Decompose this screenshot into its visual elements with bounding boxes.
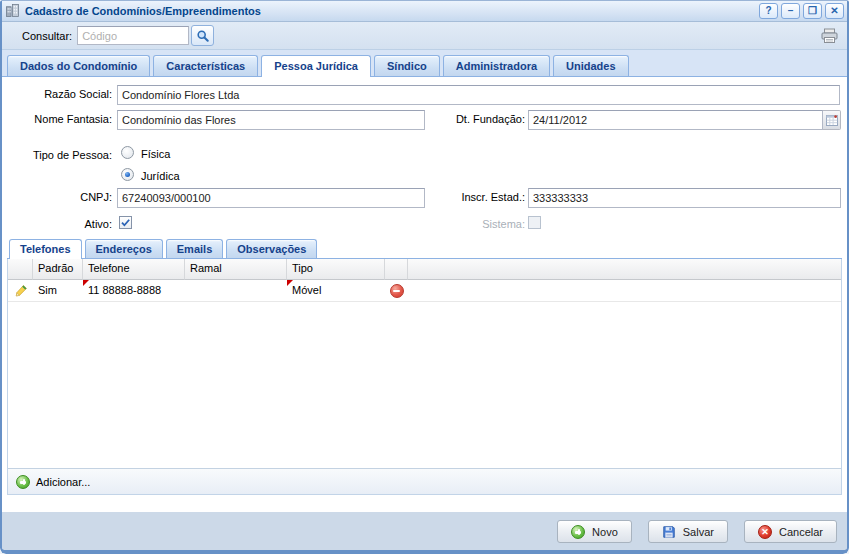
- titlebar: Cadastro de Condomínios/Empreendimentos …: [0, 0, 849, 22]
- remove-row-icon[interactable]: [390, 284, 404, 298]
- row-edit-cell[interactable]: [8, 280, 33, 301]
- tab-caracteristicas[interactable]: Características: [153, 55, 258, 76]
- padrao-cell: Sim: [33, 280, 83, 301]
- calendar-icon: [826, 114, 838, 126]
- close-button[interactable]: ✕: [825, 3, 844, 19]
- radio-juridica[interactable]: [121, 168, 134, 181]
- razao-social-label: Razão Social:: [2, 88, 112, 100]
- dt-fundacao-field[interactable]: [528, 110, 823, 130]
- print-button[interactable]: [820, 28, 839, 44]
- nome-fantasia-label: Nome Fantasia:: [2, 113, 112, 125]
- consultar-label: Consultar:: [22, 30, 72, 42]
- salvar-button-label: Salvar: [683, 526, 714, 538]
- subtab-emails[interactable]: Emails: [166, 239, 223, 258]
- tab-dados-do-condominio[interactable]: Dados do Condomínio: [7, 55, 150, 76]
- add-phone-bar[interactable]: Adicionar...: [8, 468, 841, 494]
- main-tabstrip: Dados do Condomínio Características Pess…: [2, 50, 847, 77]
- search-input[interactable]: [77, 26, 189, 45]
- add-phone-label: Adicionar...: [36, 476, 90, 488]
- contacts-tabstrip: Telefones Endereços Emails Observações: [7, 236, 842, 259]
- row-delete-cell[interactable]: [385, 280, 408, 301]
- tab-administradora[interactable]: Administradora: [443, 55, 550, 76]
- window-title: Cadastro de Condomínios/Empreendimentos: [25, 5, 756, 17]
- buildings-icon: [5, 3, 20, 18]
- main-content: Dados do Condomínio Características Pess…: [2, 50, 847, 512]
- radio-fisica-label: Física: [141, 148, 170, 160]
- phones-grid-header: Padrão Telefone Ramal Tipo: [8, 259, 841, 280]
- column-header-filler: [408, 259, 841, 280]
- modified-flag: [287, 280, 293, 286]
- razao-social-field[interactable]: [117, 85, 840, 105]
- novo-button[interactable]: Novo: [557, 520, 632, 543]
- radio-fisica[interactable]: [121, 146, 134, 159]
- sistema-label: Sistema:: [432, 218, 525, 230]
- radio-juridica-label: Jurídica: [141, 170, 180, 182]
- column-header-tipo[interactable]: Tipo: [287, 259, 385, 280]
- save-disk-icon: [662, 525, 676, 539]
- column-header-ramal[interactable]: Ramal: [185, 259, 287, 280]
- column-header-telefone[interactable]: Telefone: [83, 259, 185, 280]
- column-header-delete[interactable]: [385, 259, 408, 280]
- pencil-icon: [14, 284, 28, 298]
- cancel-circle-icon: ✕: [758, 525, 772, 539]
- dt-fundacao-field-wrap: [528, 110, 841, 130]
- help-button[interactable]: ?: [759, 3, 778, 19]
- phone-row[interactable]: Sim 11 88888-8888 Móvel: [8, 280, 841, 302]
- row-filler-cell: [408, 280, 841, 301]
- search-button[interactable]: [191, 25, 214, 46]
- search-toolbar: Consultar:: [2, 22, 847, 50]
- column-header-edit[interactable]: [8, 259, 33, 280]
- phones-grid: Padrão Telefone Ramal Tipo: [7, 259, 842, 495]
- sistema-checkbox: [528, 216, 541, 229]
- ramal-cell: [185, 280, 287, 301]
- nome-fantasia-field[interactable]: [117, 110, 425, 130]
- minimize-button[interactable]: –: [781, 3, 800, 19]
- inscr-estad-label: Inscr. Estad.:: [432, 191, 525, 203]
- check-icon: [120, 217, 131, 228]
- tab-unidades[interactable]: Unidades: [553, 55, 629, 76]
- cadastro-condominios-window: Cadastro de Condomínios/Empreendimentos …: [0, 0, 849, 554]
- tipo-pessoa-label: Tipo de Pessoa:: [2, 149, 112, 161]
- magnifier-icon: [196, 29, 210, 43]
- plus-circle-icon: [571, 525, 585, 539]
- maximize-button[interactable]: ❐: [803, 3, 822, 19]
- telefone-cell: 11 88888-8888: [83, 280, 185, 301]
- ativo-checkbox[interactable]: [119, 216, 132, 229]
- cnpj-field[interactable]: [117, 188, 425, 208]
- printer-icon: [820, 28, 839, 44]
- ativo-label: Ativo:: [2, 218, 112, 230]
- subtab-observacoes[interactable]: Observações: [226, 239, 317, 258]
- novo-button-label: Novo: [592, 526, 618, 538]
- subtab-telefones[interactable]: Telefones: [9, 239, 82, 259]
- cancelar-button-label: Cancelar: [779, 526, 823, 538]
- modified-flag: [83, 280, 89, 286]
- date-picker-trigger[interactable]: [823, 110, 841, 130]
- cancelar-button[interactable]: ✕ Cancelar: [744, 520, 837, 543]
- cnpj-label: CNPJ:: [2, 191, 112, 203]
- column-header-padrao[interactable]: Padrão: [33, 259, 83, 280]
- subtab-enderecos[interactable]: Endereços: [85, 239, 163, 258]
- contacts-subpanel: Telefones Endereços Emails Observações P…: [7, 236, 842, 495]
- plus-circle-icon: [16, 475, 30, 489]
- dt-fundacao-label: Dt. Fundação:: [432, 113, 525, 125]
- tab-pessoa-juridica[interactable]: Pessoa Jurídica: [261, 55, 371, 77]
- footer-toolbar: Novo Salvar ✕ Cancelar: [2, 512, 847, 550]
- salvar-button[interactable]: Salvar: [648, 520, 728, 543]
- inscr-estad-field[interactable]: [528, 188, 841, 208]
- tipo-cell: Móvel: [287, 280, 385, 301]
- tab-sindico[interactable]: Síndico: [374, 55, 440, 76]
